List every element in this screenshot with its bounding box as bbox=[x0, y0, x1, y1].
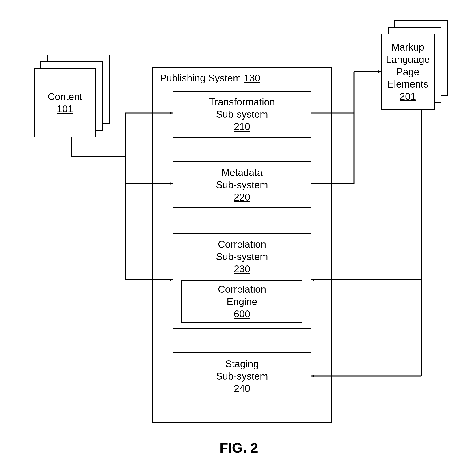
diagram-canvas: Publishing System 130 Transformation Sub… bbox=[0, 0, 458, 476]
connectors bbox=[0, 0, 458, 476]
